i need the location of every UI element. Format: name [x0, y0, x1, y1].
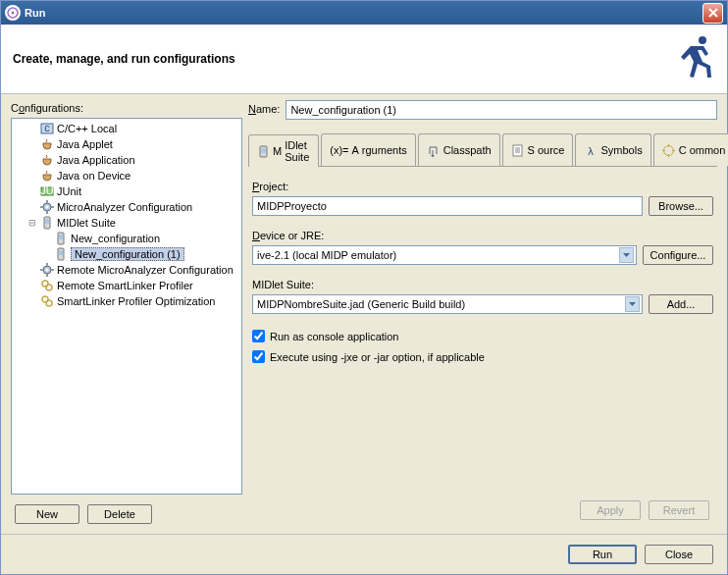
link-icon	[39, 293, 55, 309]
junit-icon: JU	[39, 183, 55, 199]
src-tab-icon	[511, 143, 525, 157]
svg-point-2	[699, 36, 706, 44]
tree-item-japplet[interactable]: Java Applet	[12, 136, 241, 152]
svg-text:λ: λ	[588, 145, 594, 157]
tab-src[interactable]: Source	[502, 133, 574, 166]
tree-twisty[interactable]	[26, 155, 39, 165]
tab-midlet[interactable]: MIDlet Suite	[248, 134, 319, 167]
svg-rect-23	[40, 269, 43, 271]
tree-twisty[interactable]	[39, 234, 53, 243]
tree-item-nc[interactable]: New_configuration	[12, 231, 241, 246]
tree-item-slopt[interactable]: SmartLinker Profiler Optimization	[12, 293, 241, 309]
svg-rect-9	[46, 200, 48, 203]
tree-twisty[interactable]	[26, 124, 39, 133]
tree-twisty[interactable]: ⊟	[26, 218, 39, 228]
svg-text:c: c	[44, 122, 50, 133]
run-console-checkbox[interactable]	[252, 330, 265, 342]
tabs: MIDlet Suite(x)= ArgumentsClasspathSourc…	[248, 133, 717, 167]
project-input[interactable]	[252, 196, 643, 216]
device-label: Device or JRE:	[252, 230, 713, 241]
cp-tab-icon	[427, 143, 441, 157]
tree-twisty[interactable]	[26, 202, 39, 212]
tree-twisty[interactable]	[26, 265, 39, 275]
tree-item-label: New_configuration	[71, 233, 160, 244]
tree-item-label: Java Application	[57, 154, 135, 166]
configurations-label: Configurations:	[11, 102, 242, 114]
name-input[interactable]	[286, 100, 717, 120]
tab-cp[interactable]: Classpath	[418, 133, 500, 166]
tree-twisty[interactable]	[39, 249, 53, 259]
svg-rect-21	[46, 263, 48, 266]
chevron-down-icon[interactable]	[619, 247, 634, 263]
svg-rect-11	[40, 206, 43, 208]
execute-jxe-checkbox[interactable]	[252, 350, 265, 363]
phone-icon	[39, 215, 55, 231]
delete-button[interactable]: Delete	[87, 504, 152, 524]
tab-cmn[interactable]: Common	[653, 133, 728, 166]
window-title: Run	[25, 7, 45, 19]
chevron-down-icon[interactable]	[625, 296, 640, 312]
svg-text:JU: JU	[40, 184, 54, 196]
tree-item-jdev[interactable]: Java on Device	[12, 168, 241, 183]
tree-item-japp[interactable]: Java Application	[12, 152, 241, 168]
cpp-icon: c	[39, 121, 55, 136]
tree-twisty[interactable]	[26, 139, 39, 149]
revert-button: Revert	[649, 500, 709, 520]
midlet-tab-icon	[257, 144, 270, 158]
tab-sym[interactable]: λSymbols	[575, 133, 650, 166]
run-icon	[676, 34, 715, 83]
svg-rect-12	[51, 206, 54, 208]
svg-point-8	[46, 206, 49, 209]
tree-item-rmicro[interactable]: Remote MicroAnalyzer Configuration	[12, 262, 241, 278]
new-button[interactable]: New	[15, 504, 79, 524]
svg-point-1	[12, 12, 15, 15]
tree-item-cpp[interactable]: cC/C++ Local	[12, 121, 241, 136]
add-button[interactable]: Add...	[649, 294, 713, 314]
midlet-suite-label: MIDlet Suite:	[252, 279, 713, 290]
apply-button: Apply	[580, 500, 641, 520]
svg-rect-14	[45, 219, 49, 224]
tree-item-label: MicroAnalyzer Configuration	[57, 201, 192, 213]
svg-rect-22	[46, 274, 48, 277]
close-window-button[interactable]	[702, 3, 723, 24]
name-label: Name:	[248, 103, 280, 115]
app-icon	[5, 5, 21, 21]
tree-item-rsl[interactable]: Remote SmartLinker Profiler	[12, 278, 241, 293]
configure-button[interactable]: Configure...	[643, 245, 713, 265]
java-icon	[39, 168, 55, 183]
svg-point-26	[46, 285, 52, 290]
java-icon	[39, 152, 55, 168]
java-icon	[39, 136, 55, 152]
run-button[interactable]: Run	[568, 545, 637, 564]
tree-item-label: Remote SmartLinker Profiler	[57, 280, 193, 291]
tree-item-label: Java Applet	[57, 138, 113, 150]
link-icon	[39, 278, 55, 293]
tree-item-nc1[interactable]: New_configuration (1)	[12, 246, 241, 262]
svg-point-20	[46, 269, 49, 272]
tree-twisty[interactable]	[26, 171, 39, 181]
dialog-title: Create, manage, and run configurations	[13, 52, 676, 66]
tree-item-midlet[interactable]: ⊟MIDlet Suite	[12, 215, 241, 231]
tree-twisty[interactable]	[26, 186, 39, 196]
phone-icon	[53, 246, 69, 262]
configurations-tree[interactable]: cC/C++ Local Java Applet Java Applicatio…	[11, 118, 242, 495]
tab-args[interactable]: (x)= Arguments	[321, 133, 415, 166]
tree-item-junit[interactable]: JUJUnit	[12, 183, 241, 199]
project-label: Project:	[252, 181, 713, 192]
tree-twisty[interactable]	[26, 281, 39, 290]
suite-dropdown[interactable]: MIDPNombreSuite.jad (Generic Build build…	[252, 294, 643, 314]
close-button[interactable]: Close	[645, 545, 713, 564]
svg-rect-30	[261, 148, 266, 153]
gear-icon	[39, 199, 55, 215]
svg-rect-16	[59, 235, 63, 239]
tree-item-label: C/C++ Local	[57, 123, 117, 134]
gear-icon	[39, 262, 55, 278]
tree-item-micro[interactable]: MicroAnalyzer Configuration	[12, 199, 241, 215]
device-dropdown[interactable]: ive-2.1 (local MIDP emulator)	[252, 245, 637, 265]
run-console-label: Run as console application	[270, 331, 398, 342]
footer: Run Close	[1, 534, 727, 574]
sym-tab-icon: λ	[584, 143, 598, 157]
tree-twisty[interactable]	[26, 296, 39, 306]
browse-button[interactable]: Browse...	[649, 196, 713, 216]
tree-item-label: Java on Device	[57, 170, 130, 182]
